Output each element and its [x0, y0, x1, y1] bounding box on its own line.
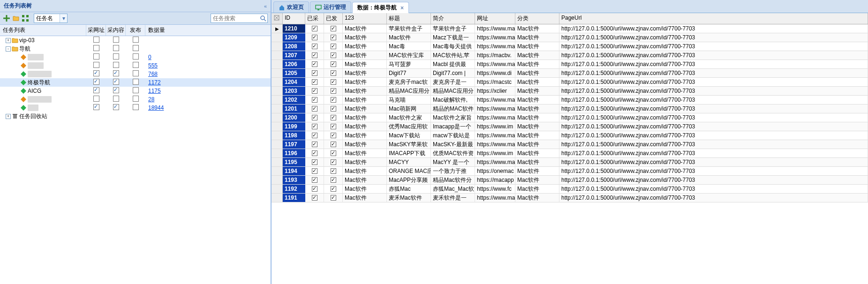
table-row[interactable]: 1203Mac软件精品MAC应用分精品MAC应用分https://xclierM…: [272, 87, 868, 96]
col-123[interactable]: 123: [343, 13, 387, 24]
cell-c[interactable]: Mac软件: [515, 140, 559, 149]
cell-check[interactable]: [324, 105, 343, 113]
table-row[interactable]: 1209Mac软件Mac软件Macz下载是一https://www.maMac软…: [272, 33, 868, 42]
col-desc[interactable]: 简介: [431, 13, 475, 24]
cell-c[interactable]: Mac软件: [515, 24, 559, 33]
cell-p[interactable]: http://127.0.0.1:5000/url/www.zjnav.com/…: [559, 185, 868, 193]
cell-a[interactable]: Mac软件: [343, 78, 387, 86]
cell-t[interactable]: 麦禾Mac软件: [387, 194, 431, 202]
cell-check[interactable]: [305, 96, 324, 104]
table-row[interactable]: 1194Mac软件ORANGE MAC应一个致力于推https://onemac…: [272, 167, 868, 176]
cell-d[interactable]: 优质MAC软件资: [431, 149, 475, 157]
table-row[interactable]: 1198Mac软件Macw下载站macw下载站是https://www.maMa…: [272, 131, 868, 140]
cell-id[interactable]: 1199: [283, 122, 305, 131]
cell-check[interactable]: [305, 149, 324, 157]
cell-t[interactable]: 马可菠萝: [387, 60, 431, 68]
tree-check-c1[interactable]: [86, 104, 106, 112]
cell-check[interactable]: [305, 60, 324, 68]
cell-check[interactable]: [305, 105, 324, 113]
col-publish[interactable]: 发布: [126, 25, 145, 36]
cell-t[interactable]: 麦克房子mac软: [387, 78, 431, 86]
tree-check-c2[interactable]: [106, 104, 126, 112]
folder-icon[interactable]: [12, 15, 20, 22]
cell-t[interactable]: Mac毒: [387, 42, 431, 51]
cell-id[interactable]: 1202: [283, 96, 305, 104]
cell-u[interactable]: https://www.ma: [475, 24, 515, 33]
cell-p[interactable]: http://127.0.0.1:5000/url/www.zjnav.com/…: [559, 113, 868, 122]
cell-check[interactable]: [324, 131, 343, 140]
tree-check-c2[interactable]: [106, 45, 126, 52]
tree-check-c3[interactable]: [126, 45, 145, 52]
cell-u[interactable]: https://www.di: [475, 69, 515, 77]
table-row[interactable]: ▶1210Mac软件苹果软件盒子苹果软件盒子https://www.maMac软…: [272, 24, 868, 33]
expand-icon[interactable]: +: [6, 38, 11, 43]
cell-u[interactable]: https://www.ma: [475, 140, 515, 149]
cell-t[interactable]: IMACAPP下载: [387, 149, 431, 157]
row-header[interactable]: [272, 194, 283, 202]
cell-id[interactable]: 1193: [283, 176, 305, 184]
cell-t[interactable]: Mac萌新网: [387, 105, 431, 113]
cell-check[interactable]: [324, 69, 343, 77]
cell-c[interactable]: Mac软件: [515, 176, 559, 184]
row-header[interactable]: [272, 60, 283, 68]
cell-p[interactable]: http://127.0.0.1:5000/url/www.zjnav.com/…: [559, 105, 868, 113]
cell-d[interactable]: Mac毒每天提供: [431, 42, 475, 51]
col-collect-url[interactable]: 采网址: [86, 25, 106, 36]
cell-a[interactable]: Mac软件: [343, 131, 387, 140]
task-filter-combo[interactable]: ▾: [34, 14, 68, 23]
cell-d[interactable]: Macz下载是一: [431, 33, 475, 42]
cell-check[interactable]: [305, 113, 324, 122]
col-published[interactable]: 已发: [324, 13, 343, 24]
cell-p[interactable]: http://127.0.0.1:5000/url/www.zjnav.com/…: [559, 158, 868, 166]
row-header[interactable]: [272, 96, 283, 104]
cell-check[interactable]: [324, 122, 343, 131]
task-search[interactable]: [211, 14, 268, 23]
cell-a[interactable]: Mac软件: [343, 167, 387, 175]
cell-t[interactable]: 马克喵: [387, 96, 431, 104]
cell-p[interactable]: http://127.0.0.1:5000/url/www.zjnav.com/…: [559, 42, 868, 51]
cell-u[interactable]: https://onemac: [475, 167, 515, 175]
cell-id[interactable]: 1195: [283, 158, 305, 166]
expand-icon[interactable]: [22, 15, 29, 22]
cell-check[interactable]: [305, 140, 324, 149]
cell-id[interactable]: 1204: [283, 78, 305, 86]
tree-check-c3[interactable]: [126, 79, 145, 86]
tree-count[interactable]: 768: [145, 71, 271, 77]
cell-u[interactable]: https://macbv.: [475, 51, 515, 60]
cell-u[interactable]: https://www.ma: [475, 158, 515, 166]
cell-a[interactable]: Mac软件: [343, 158, 387, 166]
table-row[interactable]: 1200Mac软件Mac软件之家Mac软件之家旨https://www.maMa…: [272, 113, 868, 122]
row-header[interactable]: [272, 131, 283, 140]
cell-a[interactable]: Mac软件: [343, 33, 387, 42]
cell-check[interactable]: [324, 140, 343, 149]
cell-d[interactable]: 赤狐Mac_Mac软: [431, 185, 475, 193]
cell-id[interactable]: 1203: [283, 87, 305, 95]
chevron-down-icon[interactable]: ▾: [60, 14, 67, 22]
tree-check-c2[interactable]: [106, 37, 126, 44]
tree-check-c3[interactable]: [126, 104, 145, 112]
tab-0[interactable]: 欢迎页: [273, 1, 309, 13]
table-row[interactable]: 1191Mac软件麦禾Mac软件麦禾软件是一https://www.maMac软…: [272, 194, 868, 202]
tree-row[interactable]: 终极导航1172: [0, 78, 271, 87]
row-header[interactable]: ▶: [272, 24, 283, 33]
cell-p[interactable]: http://127.0.0.1:5000/url/www.zjnav.com/…: [559, 60, 868, 68]
row-header[interactable]: [272, 122, 283, 131]
row-header[interactable]: [272, 176, 283, 184]
cell-id[interactable]: 1209: [283, 33, 305, 42]
cell-check[interactable]: [324, 176, 343, 184]
cell-p[interactable]: http://127.0.0.1:5000/url/www.zjnav.com/…: [559, 194, 868, 202]
cell-t[interactable]: Mac软件: [387, 33, 431, 42]
cell-u[interactable]: https://www.fc: [475, 185, 515, 193]
row-header[interactable]: [272, 51, 283, 60]
col-collected[interactable]: 已采: [305, 13, 324, 24]
cell-c[interactable]: Mac软件: [515, 42, 559, 51]
cell-u[interactable]: https://macstc: [475, 78, 515, 86]
cell-check[interactable]: [324, 194, 343, 202]
cell-d[interactable]: Mac破解软件,: [431, 96, 475, 104]
tree-check-c1[interactable]: [86, 79, 106, 86]
cell-t[interactable]: ORANGE MAC应: [387, 167, 431, 175]
tree-row[interactable]: AICG1175: [0, 87, 271, 95]
cell-check[interactable]: [305, 33, 324, 42]
add-icon[interactable]: [3, 15, 10, 22]
cell-check[interactable]: [324, 96, 343, 104]
